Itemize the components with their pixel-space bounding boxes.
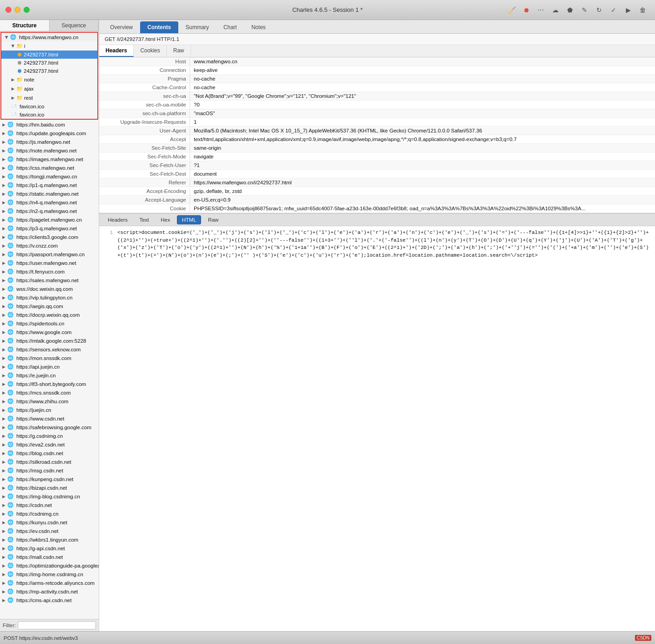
tree-item-api-juejin[interactable]: ▶ 🌐 https://api.juejin.cn: [0, 362, 99, 371]
tree-item-arms-retcode[interactable]: ▶ 🌐 https://arms-retcode.aliyuncs.com: [0, 578, 99, 587]
repeat-icon[interactable]: ↻: [594, 5, 604, 15]
tree-item-csdnimg-cn[interactable]: ▶ 🌐 https://csdnimg.cn: [0, 509, 99, 518]
minimize-button[interactable]: [15, 7, 20, 13]
tree-item-sensors-xeknow[interactable]: ▶ 🌐 https://sensors.xeknow.com: [0, 345, 99, 354]
tree-item-safebrowsing[interactable]: ▶ 🌐 https://safebrowsing.google.com: [0, 423, 99, 431]
maximize-button[interactable]: [24, 7, 30, 13]
tree-item-note[interactable]: ▶ 📁 note: [1, 75, 97, 84]
sub-tab-text[interactable]: Text: [134, 215, 154, 224]
tree-item-js-mafengwo[interactable]: ▶ 🌐 https://js.mafengwo.net: [0, 137, 99, 146]
tree-item-kunpeng-csdn[interactable]: ▶ 🌐 https://kunpeng.csdn.net: [0, 475, 99, 483]
tree-item-mtalk-google[interactable]: ▶ 🌐 https://mtalk.google.com:5228: [0, 336, 99, 345]
header-row: User-AgentMozilla/5.0 (Macintosh; Intel …: [99, 127, 655, 135]
tab-sequence[interactable]: Sequence: [50, 20, 99, 31]
close-button[interactable]: [5, 7, 11, 13]
tree-item-bizapi-csdn[interactable]: ▶ 🌐 https://bizapi.csdn.net: [0, 483, 99, 492]
tree-item-googleapis[interactable]: ▶ 🌐 https://update.googleapis.com: [0, 129, 99, 137]
tree-item-t-fenyucn[interactable]: ▶ 🌐 https://t.fenyucn.com: [0, 267, 99, 276]
tree-item-mp-activity-csdn[interactable]: ▶ 🌐 https://mp-activity.csdn.net: [0, 587, 99, 596]
sub-tab-html[interactable]: HTML: [177, 215, 201, 224]
tree-item-mcs-snssdk[interactable]: ▶ 🌐 https://mcs.snssdk.com: [0, 388, 99, 397]
trash-icon[interactable]: 🗑: [638, 5, 648, 15]
tree-item-google[interactable]: ▶ 🌐 https://clients3.google.com: [0, 233, 99, 241]
headers-table: Hostwww.mafengwo.cnConnectionkeep-aliveP…: [99, 57, 655, 213]
folder-icon: 📁: [16, 76, 23, 83]
tree-item-msg-csdn[interactable]: ▶ 🌐 https://msg.csdn.net: [0, 466, 99, 475]
forward-icon[interactable]: ▶: [623, 5, 633, 15]
tree-item-n4-mafengwo[interactable]: ▶ 🌐 https://n4-q.mafengwo.net: [0, 198, 99, 207]
tree-item-blog-csdn[interactable]: ▶ 🌐 https://blog.csdn.net: [0, 449, 99, 457]
tree-item-rest[interactable]: ▶ 📁 rest: [1, 93, 97, 102]
tab-overview[interactable]: Overview: [103, 21, 140, 33]
tree-item-p3-mafengwo[interactable]: ▶ 🌐 https://p3-q.mafengwo.net: [0, 224, 99, 233]
tree-item-note-mafengwo[interactable]: ▶ 🌐 https://note.mafengwo.net: [0, 146, 99, 155]
tree-item-mall-csdn[interactable]: ▶ 🌐 https://mall.csdn.net: [0, 553, 99, 561]
tree-item-e-juejin[interactable]: ▶ 🌐 https://e.juejin.cn: [0, 371, 99, 380]
tree-item-images-mafengwo[interactable]: ▶ 🌐 https://images.mafengwo.net: [0, 155, 99, 163]
tree-item-lf3-short[interactable]: ▶ 🌐 https://lf3-short.bytegoofy.com: [0, 380, 99, 388]
tree-item-favicon2[interactable]: 📄 favicon.ico: [1, 111, 97, 119]
tree-item-static-mafengwo[interactable]: ▶ 🌐 https://static.mafengwo.net: [0, 189, 99, 198]
tree-item-mon-snssdk[interactable]: ▶ 🌐 https://mon.snssdk.com: [0, 354, 99, 362]
throttle-icon[interactable]: ⋯: [536, 5, 546, 15]
tree-item-optimization-googleapis[interactable]: ▶ 🌐 https://optimizationguide-pa.googlea…: [0, 561, 99, 570]
tab-notes[interactable]: Notes: [244, 21, 273, 33]
tree-item-spidertools[interactable]: ▶ 🌐 https://spidertools.cn: [0, 319, 99, 328]
tab-structure[interactable]: Structure: [0, 20, 50, 31]
tree-item-wkbrs1-tingyun[interactable]: ▶ 🌐 https://wkbrs1.tingyun.com: [0, 535, 99, 544]
tree-item-favicon1[interactable]: 📄 favicon.ico: [1, 102, 97, 111]
tree-item-24292737-grey[interactable]: 24292737.html: [1, 59, 97, 67]
tree-item-juejin[interactable]: ▶ 🌐 https://juejin.cn: [0, 406, 99, 414]
tab-contents[interactable]: Contents: [140, 21, 178, 33]
tree-item-i-folder[interactable]: ▶ 📁 i: [1, 41, 97, 51]
sub-tab-headers[interactable]: Headers: [103, 215, 132, 224]
tree-item-cnzz[interactable]: ▶ 🌐 https://v.cnzz.com: [0, 241, 99, 250]
tree-item-user-mafengwo[interactable]: ▶ 🌐 https://user.mafengwo.net: [0, 259, 99, 267]
section-tab-cookies[interactable]: Cookies: [134, 45, 166, 57]
section-tab-headers[interactable]: Headers: [99, 45, 134, 57]
tree-item-ev-csdn[interactable]: ▶ 🌐 https://ev.csdn.net: [0, 527, 99, 535]
validate-icon[interactable]: ✓: [609, 5, 619, 15]
tree-item-eva2-csdn[interactable]: ▶ 🌐 https://eva2.csdn.net: [0, 440, 99, 449]
ssl-icon[interactable]: ☁: [550, 5, 560, 15]
tree-item-docrp-weixin[interactable]: ▶ 🌐 https://docrp.weixin.qq.com: [0, 310, 99, 319]
compose-icon[interactable]: ✎: [579, 5, 590, 15]
tree-item-sales-mafengwo[interactable]: ▶ 🌐 https://sales.mafengwo.net: [0, 276, 99, 284]
tree-item-g-api-csdn[interactable]: ▶ 🌐 https://g-api.csdn.net: [0, 544, 99, 553]
tree-item-pagelet-mafengwo[interactable]: ▶ 🌐 https://pagelet.mafengwo.cn: [0, 215, 99, 224]
tree-item-kunyu-csdn[interactable]: ▶ 🌐 https://kunyu.csdn.net: [0, 518, 99, 527]
tree-item-css-mafengwo[interactable]: ▶ 🌐 https://css.mafengwo.net: [0, 163, 99, 172]
record-icon[interactable]: ⏺: [521, 5, 531, 15]
tree-item-wss-weixin[interactable]: ▶ 🌐 wss://doc.weixin.qq.com: [0, 284, 99, 293]
broom-icon[interactable]: 🧹: [507, 5, 517, 15]
tree-item-zhihu[interactable]: ▶ 🌐 https://www.zhihu.com: [0, 397, 99, 406]
tree-item-www-google[interactable]: ▶ 🌐 https://www.google.com: [0, 328, 99, 336]
sub-tab-hex[interactable]: Hex: [156, 215, 175, 224]
sub-tab-raw[interactable]: Raw: [203, 215, 223, 224]
tree-item-aegis-qq[interactable]: ▶ 🌐 https://aegis.qq.com: [0, 302, 99, 310]
tree-item-baidu[interactable]: ▶ 🌐 https://hm.baidu.com: [0, 120, 99, 129]
tree-item-vip-tulingpyton[interactable]: ▶ 🌐 https://vip.tulingpyton.cn: [0, 293, 99, 302]
tree-item-24292737-selected[interactable]: 24292737.html: [1, 51, 97, 59]
section-tab-raw[interactable]: Raw: [167, 45, 191, 57]
chevron-icon: ▶: [2, 365, 5, 369]
filter-input[interactable]: [18, 621, 96, 629]
breakpoint-icon[interactable]: ⬟: [565, 5, 575, 15]
tree-item-p1-mafengwo[interactable]: ▶ 🌐 https://p1-q.mafengwo.net: [0, 181, 99, 189]
tree-item-csdn-net[interactable]: ▶ 🌐 https://csdn.net: [0, 501, 99, 509]
tree-item-www-csdn[interactable]: ▶ 🌐 https://www.csdn.net: [0, 414, 99, 423]
tree-item-24292737-blue[interactable]: 24292737.html: [1, 67, 97, 75]
tree-item-n2-mafengwo[interactable]: ▶ 🌐 https://n2-q.mafengwo.net: [0, 207, 99, 215]
tree-item-img-home-csdnimg[interactable]: ▶ 🌐 https://img-home.csdnimg.cn: [0, 570, 99, 578]
tree-item-mafengwo[interactable]: ▶ 🌐 https://www.mafengwo.cn: [1, 33, 97, 41]
tree-item-cms-api-csdn[interactable]: ▶ 🌐 https://cms-api.csdn.net: [0, 596, 99, 604]
tab-chart[interactable]: Chart: [216, 21, 244, 33]
tree-item-g-csdnimg[interactable]: ▶ 🌐 https://g.csdnimg.cn: [0, 431, 99, 440]
tree-item-tongji-mafengwo[interactable]: ▶ 🌐 https://tongji.mafengwo.cn: [0, 172, 99, 181]
tree-item-silkroad-csdn[interactable]: ▶ 🌐 https://silkroad.csdn.net: [0, 457, 99, 466]
tree-item-ajax[interactable]: ▶ 📁 ajax: [1, 84, 97, 93]
chevron-icon: ▶: [2, 330, 5, 335]
tab-summary[interactable]: Summary: [178, 21, 216, 33]
tree-item-passport-mafengwo[interactable]: ▶ 🌐 https://passport.mafengwo.cn: [0, 250, 99, 259]
tree-item-img-blog-csdnimg[interactable]: ▶ 🌐 https://img-blog.csdnimg.cn: [0, 492, 99, 501]
